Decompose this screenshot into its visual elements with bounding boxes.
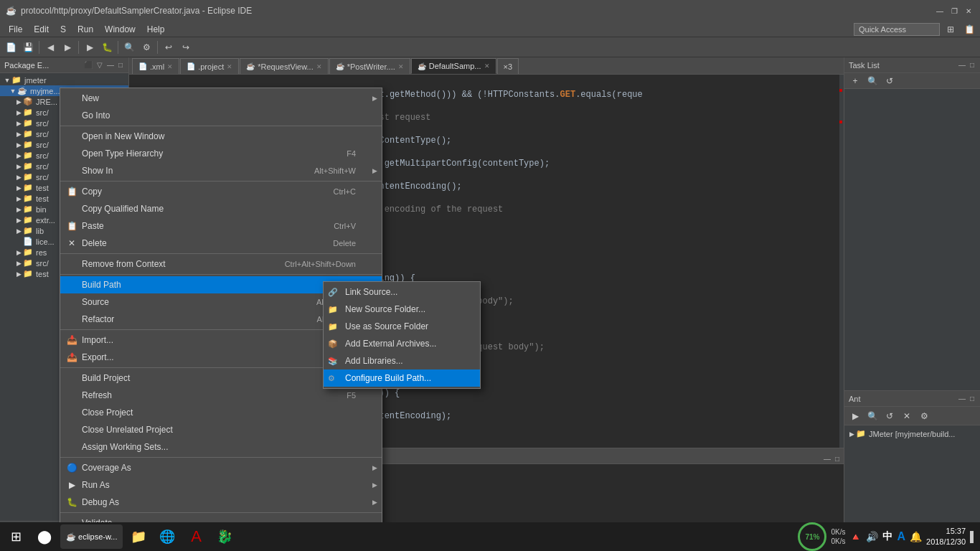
toolbar-forward[interactable]: ▶	[60, 39, 75, 55]
toolbar-back[interactable]: ◀	[42, 39, 58, 55]
ctx-close-unrelated[interactable]: Close Unrelated Project	[60, 421, 382, 438]
tray-network[interactable]: 🔺	[849, 531, 862, 542]
ctx-open-new-window[interactable]: Open in New Window	[60, 128, 382, 145]
views-button[interactable]: 📋	[961, 22, 977, 37]
export-icon: 📤	[66, 352, 77, 362]
maximize-button[interactable]: ❐	[948, 5, 960, 17]
ctx-coverage-as[interactable]: 🔵 Coverage As ▶	[60, 459, 382, 476]
minimize-button[interactable]: —	[934, 5, 946, 17]
toolbar-redo[interactable]: ↪	[178, 39, 194, 55]
tab-defaultsamp[interactable]: ☕ DefaultSamp... ✕	[411, 58, 496, 74]
ctx-open-type-hierarchy[interactable]: Open Type Hierarchy F4	[60, 145, 382, 162]
ctx-refresh[interactable]: Refresh F5	[60, 387, 382, 404]
ant-run[interactable]: ▶	[847, 408, 863, 424]
tab-project-close[interactable]: ✕	[227, 63, 232, 70]
start-button[interactable]: ⊞	[3, 524, 29, 550]
ant-tree-item[interactable]: ▶ 📁 JMeter [myjmeter/build...	[847, 428, 977, 439]
menu-source[interactable]: S	[55, 23, 72, 36]
tree-label: jmeter	[24, 76, 47, 85]
console-minimize[interactable]: —	[822, 454, 832, 463]
menu-icon[interactable]: ▽	[95, 60, 104, 70]
toolbar-settings[interactable]: ⚙	[138, 39, 154, 55]
ctx-remove-from-context[interactable]: Remove from Context Ctrl+Alt+Shift+Down	[60, 255, 382, 273]
close-button[interactable]: ✕	[963, 5, 974, 17]
add-external-icon: 📦	[328, 339, 338, 349]
tab-more[interactable]: ×3	[497, 58, 519, 74]
task-filter[interactable]: 🔍	[864, 73, 880, 89]
perspective-button[interactable]: ⊞	[943, 22, 958, 37]
ant-settings[interactable]: ⚙	[916, 408, 932, 424]
toolbar-search[interactable]: 🔍	[121, 39, 137, 55]
tray-input[interactable]: A	[897, 530, 905, 543]
toolbar-sep3	[118, 41, 118, 54]
taskbar-file-explorer[interactable]: 📁	[126, 524, 151, 550]
minimize-panel-icon[interactable]: —	[105, 60, 116, 70]
sub-configure-build-path[interactable]: ⚙ Configure Build Path...	[324, 369, 480, 387]
ant-maximize[interactable]: □	[969, 394, 976, 403]
ant-refresh[interactable]: ↺	[882, 408, 897, 424]
toolbar-run[interactable]: ▶	[82, 39, 98, 55]
tab-project[interactable]: 📄 .project ✕	[180, 58, 239, 74]
sub-add-libraries[interactable]: 📚 Add Libraries...	[324, 352, 480, 369]
tray-notification[interactable]: 🔔	[910, 531, 922, 542]
ctx-go-into[interactable]: Go Into	[60, 107, 382, 124]
task-refresh[interactable]: ↺	[882, 73, 897, 89]
console-maximize[interactable]: □	[834, 454, 841, 463]
sub-add-external-archives[interactable]: 📦 Add External Archives...	[324, 335, 480, 352]
taskbar-sogou[interactable]: A	[183, 524, 209, 550]
show-desktop[interactable]: ▌	[970, 531, 977, 542]
quick-access-input[interactable]: Quick Access	[854, 23, 940, 36]
ctx-assign-working-sets[interactable]: Assign Working Sets...	[60, 438, 382, 456]
ctx-close-project[interactable]: Close Project	[60, 404, 382, 421]
menu-window[interactable]: Window	[99, 23, 141, 36]
tree-arrow: ▶	[14, 109, 23, 116]
ctx-new[interactable]: New ▶	[60, 90, 382, 107]
search-taskbar[interactable]: ⬤	[32, 524, 57, 550]
ant-minimize[interactable]: —	[957, 394, 967, 403]
tab-xml-close[interactable]: ✕	[167, 63, 173, 70]
task-panel: Task List — □ + 🔍 ↺ Ant — □ ▶ 🔍	[844, 57, 980, 534]
tab-postwriter-close[interactable]: ✕	[398, 63, 404, 70]
tray-ime[interactable]: 中	[882, 530, 892, 543]
toolbar-undo[interactable]: ↩	[161, 39, 176, 55]
title-bar-controls[interactable]: — ❐ ✕	[934, 5, 974, 17]
tree-arrow: ▶	[14, 120, 23, 127]
menu-file[interactable]: File	[3, 23, 28, 36]
ctx-debug-as[interactable]: 🐛 Debug As ▶	[60, 494, 382, 511]
tab-xml-label: .xml	[150, 62, 164, 71]
toolbar-new[interactable]: 📄	[3, 39, 19, 55]
ctx-copy-qualified[interactable]: Copy Qualified Name	[60, 200, 382, 217]
menu-edit[interactable]: Edit	[28, 23, 55, 36]
ant-search[interactable]: 🔍	[864, 408, 880, 424]
ctx-copy[interactable]: 📋 Copy Ctrl+C	[60, 183, 382, 200]
task-minimize[interactable]: —	[957, 60, 967, 70]
sub-new-source-folder[interactable]: 📁 New Source Folder...	[324, 301, 480, 318]
tab-xml[interactable]: 📄 .xml ✕	[132, 58, 179, 74]
toolbar-save[interactable]: 💾	[20, 39, 36, 55]
tab-postwriter[interactable]: ☕ *PostWriter.... ✕	[329, 58, 410, 74]
task-add[interactable]: +	[847, 73, 863, 89]
collapse-icon[interactable]: ⬛	[83, 60, 94, 70]
tree-item-jmeter[interactable]: ▼ 📁 jmeter	[0, 75, 128, 85]
tray-volume[interactable]: 🔊	[866, 531, 878, 542]
task-maximize[interactable]: □	[969, 60, 976, 70]
shortcut-remove: Ctrl+Alt+Shift+Down	[285, 260, 367, 268]
taskbar-browser[interactable]: 🌐	[154, 524, 180, 550]
ctx-run-as[interactable]: ▶ Run As ▶	[60, 476, 382, 494]
ctx-paste[interactable]: 📋 Paste Ctrl+V	[60, 217, 382, 235]
ctx-show-in[interactable]: Show In Alt+Shift+W ▶	[60, 162, 382, 179]
ctx-delete[interactable]: ✕ Delete Delete	[60, 235, 382, 252]
menu-run[interactable]: Run	[72, 23, 99, 36]
ant-remove[interactable]: ✕	[899, 408, 915, 424]
toolbar-debug[interactable]: 🐛	[99, 39, 115, 55]
maximize-panel-icon[interactable]: □	[117, 60, 124, 70]
taskbar-dragon[interactable]: 🐉	[212, 524, 237, 550]
eclipse-taskbar-app[interactable]: ☕ eclipse-w...	[60, 524, 123, 549]
sub-use-as-source[interactable]: 📁 Use as Source Folder	[324, 318, 480, 335]
tab-requestview-close[interactable]: ✕	[316, 63, 322, 70]
tab-defaultsamp-close[interactable]: ✕	[484, 62, 490, 70]
sub-link-source[interactable]: 🔗 Link Source...	[324, 283, 480, 301]
tab-requestview[interactable]: ☕ *RequestView... ✕	[240, 58, 328, 74]
toolbar-sep4	[157, 41, 158, 54]
menu-help[interactable]: Help	[141, 23, 171, 36]
